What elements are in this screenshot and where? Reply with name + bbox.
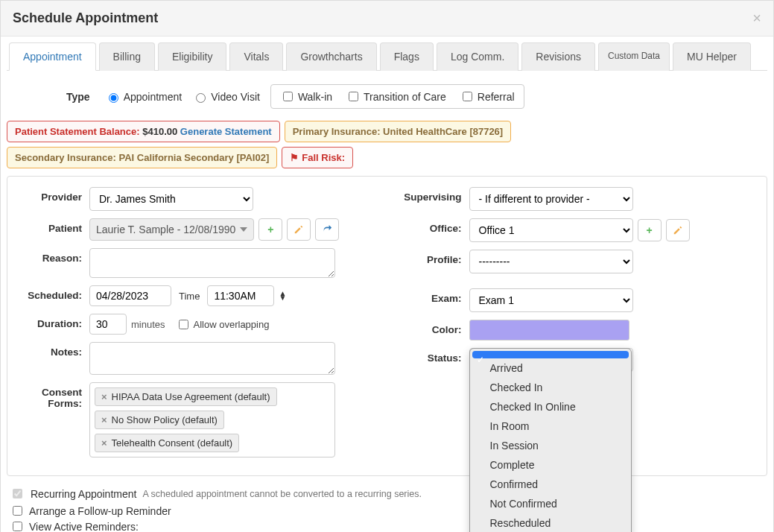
add-office-button[interactable]: + bbox=[638, 219, 662, 241]
form-panel: Provider Dr. James Smith Patient Laurie … bbox=[7, 176, 767, 476]
consent-tag: × Telehealth Consent (default) bbox=[95, 434, 239, 452]
scheduled-date-input[interactable] bbox=[89, 285, 171, 306]
patient-row: Patient Laurie T. Sample - 12/08/1990 + bbox=[15, 218, 380, 241]
status-option-arrived[interactable]: Arrived bbox=[472, 358, 629, 378]
tab-eligibility[interactable]: Eligibility bbox=[158, 42, 226, 71]
flag-icon: ⚑ bbox=[290, 152, 299, 163]
scheduled-time-input[interactable] bbox=[207, 285, 274, 306]
chevron-down-icon bbox=[240, 227, 247, 232]
viewreminders-row[interactable]: View Active Reminders: bbox=[10, 519, 764, 532]
pencil-icon bbox=[673, 225, 683, 235]
balance-badge: Patient Statement Balance: $410.00 Gener… bbox=[7, 121, 280, 142]
status-option-rescheduled[interactable]: Rescheduled bbox=[472, 513, 629, 532]
recurring-checkbox bbox=[13, 489, 22, 498]
share-patient-button[interactable] bbox=[315, 218, 339, 241]
tab-muhelper[interactable]: MU Helper bbox=[673, 42, 751, 71]
duration-input[interactable] bbox=[89, 314, 127, 335]
status-dropdown: Arrived Checked In Checked In Online In … bbox=[469, 348, 632, 532]
tab-bar: Appointment Billing Eligibility Vitals G… bbox=[7, 42, 767, 71]
scheduled-row: Scheduled: Time ▲ ▼ bbox=[15, 285, 380, 306]
recurring-row: Recurring Appointment A scheduled appoin… bbox=[10, 487, 764, 501]
supervising-select[interactable]: - If different to provider - bbox=[469, 187, 633, 211]
remove-tag-icon[interactable]: × bbox=[101, 437, 107, 449]
share-icon bbox=[322, 224, 332, 235]
status-option-checkedin[interactable]: Checked In bbox=[472, 378, 629, 397]
time-spinner[interactable]: ▲ ▼ bbox=[279, 291, 286, 300]
fall-risk-badge: ⚑Fall Risk: bbox=[282, 147, 353, 168]
spinner-down-icon[interactable]: ▼ bbox=[279, 296, 286, 300]
provider-select[interactable]: Dr. James Smith bbox=[89, 187, 253, 211]
viewreminders-checkbox[interactable] bbox=[13, 522, 22, 531]
type-appointment-radio[interactable]: Appointment bbox=[105, 91, 183, 103]
left-column: Provider Dr. James Smith Patient Laurie … bbox=[15, 187, 380, 465]
reason-textarea[interactable] bbox=[89, 248, 335, 278]
tab-billing[interactable]: Billing bbox=[99, 42, 155, 71]
close-icon[interactable]: × bbox=[752, 10, 761, 27]
allow-overlap-input[interactable] bbox=[179, 320, 188, 329]
tab-logcomm[interactable]: Log Comm. bbox=[437, 42, 518, 71]
status-option-checkedin-online[interactable]: Checked In Online bbox=[472, 397, 629, 417]
reason-row: Reason: bbox=[15, 248, 380, 278]
transition-input[interactable] bbox=[349, 92, 358, 101]
status-option-insession[interactable]: In Session bbox=[472, 436, 629, 455]
modal-header: Schedule Appointment × bbox=[1, 1, 773, 37]
consent-forms-box[interactable]: × HIPAA Data Use Agreement (default) × N… bbox=[89, 382, 335, 457]
right-column: Supervising - If different to provider -… bbox=[395, 187, 760, 465]
status-row: Status: Arrived Checked In Checked In On… bbox=[395, 348, 760, 372]
allow-overlap-checkbox[interactable]: Allow overlapping bbox=[176, 317, 270, 332]
remove-tag-icon[interactable]: × bbox=[101, 414, 107, 425]
office-select[interactable]: Office 1 bbox=[469, 218, 633, 242]
type-video-radio[interactable]: Video Visit bbox=[192, 91, 260, 103]
color-row: Color: bbox=[395, 320, 760, 341]
profile-select[interactable]: --------- bbox=[469, 250, 633, 273]
status-option-confirmed[interactable]: Confirmed bbox=[472, 475, 629, 494]
status-option-blank[interactable] bbox=[472, 351, 629, 358]
type-row: Type Appointment Video Visit Walk-in Tra… bbox=[7, 71, 767, 118]
profile-row: Profile: --------- bbox=[395, 250, 760, 273]
walkin-input[interactable] bbox=[283, 92, 293, 101]
below-panel: Recurring Appointment A scheduled appoin… bbox=[7, 476, 767, 532]
referral-input[interactable] bbox=[463, 92, 472, 101]
edit-office-button[interactable] bbox=[666, 219, 690, 241]
type-label: Type bbox=[66, 91, 90, 103]
color-picker[interactable] bbox=[469, 320, 629, 341]
modal-body: Appointment Billing Eligibility Vitals G… bbox=[1, 37, 773, 532]
tab-revisions[interactable]: Revisions bbox=[521, 42, 595, 71]
schedule-appointment-modal: Schedule Appointment × Appointment Billi… bbox=[0, 0, 774, 532]
office-row: Office: Office 1 + bbox=[395, 218, 760, 242]
consent-tag: × HIPAA Data Use Agreement (default) bbox=[95, 387, 277, 406]
followup-row[interactable]: Arrange a Follow-up Reminder bbox=[10, 504, 764, 518]
consent-tag: × No Show Policy (default) bbox=[95, 411, 224, 429]
status-option-complete[interactable]: Complete bbox=[472, 455, 629, 475]
type-appointment-input[interactable] bbox=[109, 93, 118, 103]
tab-vitals[interactable]: Vitals bbox=[229, 42, 283, 71]
followup-checkbox[interactable] bbox=[13, 506, 22, 516]
tab-growthcharts[interactable]: Growthcharts bbox=[286, 42, 376, 71]
recurring-label: Recurring Appointment bbox=[31, 488, 136, 500]
edit-patient-button[interactable] bbox=[287, 218, 311, 241]
tab-customdata[interactable]: Custom Data bbox=[598, 42, 670, 71]
tab-appointment[interactable]: Appointment bbox=[9, 42, 96, 71]
patient-readonly: Laurie T. Sample - 12/08/1990 bbox=[89, 218, 254, 241]
modal-title: Schedule Appointment bbox=[13, 10, 158, 26]
tab-flags[interactable]: Flags bbox=[380, 42, 434, 71]
transition-checkbox[interactable]: Transition of Care bbox=[346, 89, 446, 104]
remove-tag-icon[interactable]: × bbox=[101, 391, 107, 402]
type-checkbox-group: Walk-in Transition of Care Referral bbox=[270, 84, 524, 109]
walkin-checkbox[interactable]: Walk-in bbox=[280, 89, 332, 104]
generate-statement-link[interactable]: Generate Statement bbox=[180, 126, 272, 137]
status-option-notconfirmed[interactable]: Not Confirmed bbox=[472, 494, 629, 513]
referral-checkbox[interactable]: Referral bbox=[460, 89, 515, 104]
type-video-input[interactable] bbox=[196, 93, 206, 103]
status-option-inroom[interactable]: In Room bbox=[472, 417, 629, 436]
pencil-icon bbox=[294, 224, 304, 235]
info-badges: Patient Statement Balance: $410.00 Gener… bbox=[7, 118, 767, 176]
notes-textarea[interactable] bbox=[89, 342, 335, 375]
supervising-row: Supervising - If different to provider - bbox=[395, 187, 760, 211]
duration-row: Duration: minutes Allow overlapping bbox=[15, 314, 380, 335]
exam-row: Exam: Exam 1 bbox=[395, 288, 760, 312]
add-patient-button[interactable]: + bbox=[258, 218, 282, 241]
exam-select[interactable]: Exam 1 bbox=[469, 288, 633, 312]
primary-insurance-badge: Primary Insurance: United HealthCare [87… bbox=[285, 121, 512, 142]
notes-row: Notes: bbox=[15, 342, 380, 375]
